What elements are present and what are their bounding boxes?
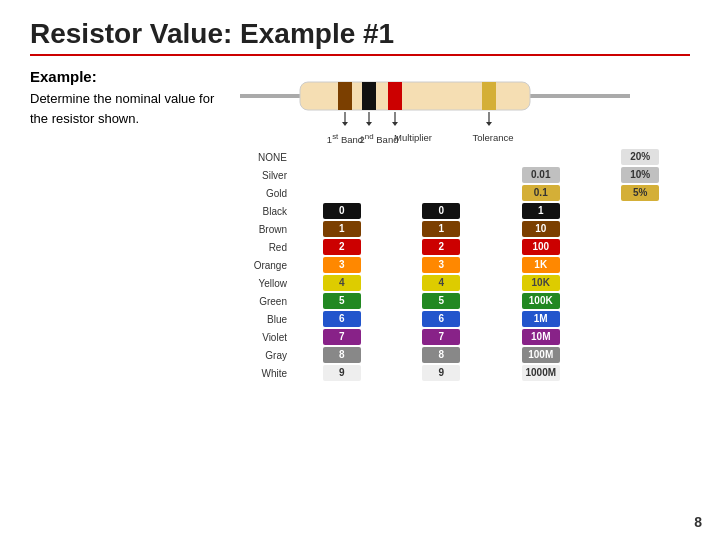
- band1-cell: [292, 166, 392, 184]
- resistor-svg: [240, 68, 630, 128]
- title-divider: [30, 54, 690, 56]
- tolerance-arrow-label: Tolerance: [470, 132, 516, 143]
- example-description: Determine the nominal value for the resi…: [30, 89, 230, 128]
- svg-marker-12: [392, 122, 398, 126]
- band1-cell: 2: [292, 238, 392, 256]
- tolerance-cell: [591, 292, 691, 310]
- row-label: Red: [240, 238, 292, 256]
- band2-cell: 3: [392, 256, 492, 274]
- svg-rect-3: [338, 82, 352, 110]
- multiplier-cell: 0.1: [491, 184, 591, 202]
- page: Resistor Value: Example #1 Example: Dete…: [0, 0, 720, 540]
- svg-marker-8: [342, 122, 348, 126]
- multiplier-cell: 10: [491, 220, 591, 238]
- band2-cell: 6: [392, 310, 492, 328]
- table-row: White991000M: [240, 364, 690, 382]
- tolerance-cell: 20%: [591, 148, 691, 166]
- band2-cell: 2: [392, 238, 492, 256]
- svg-rect-5: [388, 82, 402, 110]
- multiplier-arrow-label: Multiplier: [388, 132, 438, 143]
- color-table: NONE20%Silver0.0110%Gold0.15%Black001Bro…: [240, 146, 690, 382]
- band2-cell: 8: [392, 346, 492, 364]
- tolerance-cell: [591, 274, 691, 292]
- svg-marker-14: [486, 122, 492, 126]
- row-label: Orange: [240, 256, 292, 274]
- tolerance-cell: [591, 220, 691, 238]
- band2-cell: 9: [392, 364, 492, 382]
- band2-cell: [392, 184, 492, 202]
- tolerance-cell: [591, 238, 691, 256]
- band1-cell: 4: [292, 274, 392, 292]
- resistor-illustration: 1st Band 2nd Band Multiplier Tolerance: [240, 68, 690, 132]
- table-row: Black001: [240, 202, 690, 220]
- band2-cell: 5: [392, 292, 492, 310]
- table-row: NONE20%: [240, 148, 690, 166]
- table-row: Green55100K: [240, 292, 690, 310]
- multiplier-cell: 10M: [491, 328, 591, 346]
- page-number: 8: [694, 514, 702, 530]
- svg-rect-4: [362, 82, 376, 110]
- multiplier-cell: 100K: [491, 292, 591, 310]
- band1-cell: [292, 148, 392, 166]
- band1-cell: 8: [292, 346, 392, 364]
- band2-cell: 1: [392, 220, 492, 238]
- table-row: Silver0.0110%: [240, 166, 690, 184]
- row-label: Black: [240, 202, 292, 220]
- band1-cell: 1: [292, 220, 392, 238]
- band1-cell: [292, 184, 392, 202]
- multiplier-cell: 1000M: [491, 364, 591, 382]
- row-label: Gray: [240, 346, 292, 364]
- band2-cell: 7: [392, 328, 492, 346]
- band1-cell: 9: [292, 364, 392, 382]
- left-panel: Example: Determine the nominal value for…: [30, 68, 230, 382]
- svg-rect-6: [482, 82, 496, 110]
- table-row: Gray88100M: [240, 346, 690, 364]
- example-label: Example:: [30, 68, 230, 85]
- tolerance-cell: [591, 256, 691, 274]
- row-label: Gold: [240, 184, 292, 202]
- multiplier-cell: [491, 148, 591, 166]
- row-label: Violet: [240, 328, 292, 346]
- table-row: Brown1110: [240, 220, 690, 238]
- band1-cell: 7: [292, 328, 392, 346]
- row-label: White: [240, 364, 292, 382]
- band2-cell: [392, 148, 492, 166]
- multiplier-cell: 100M: [491, 346, 591, 364]
- table-row: Violet7710M: [240, 328, 690, 346]
- page-title: Resistor Value: Example #1: [30, 18, 690, 50]
- row-label: Blue: [240, 310, 292, 328]
- band2-cell: [392, 166, 492, 184]
- row-label: Yellow: [240, 274, 292, 292]
- table-row: Gold0.15%: [240, 184, 690, 202]
- tolerance-cell: 5%: [591, 184, 691, 202]
- tolerance-cell: [591, 310, 691, 328]
- band2-cell: 4: [392, 274, 492, 292]
- main-content: Example: Determine the nominal value for…: [30, 68, 690, 382]
- multiplier-cell: 10K: [491, 274, 591, 292]
- tolerance-cell: [591, 346, 691, 364]
- row-label: Silver: [240, 166, 292, 184]
- band1-cell: 3: [292, 256, 392, 274]
- table-row: Blue661M: [240, 310, 690, 328]
- tolerance-cell: [591, 202, 691, 220]
- table-row: Red22100: [240, 238, 690, 256]
- band2-cell: 0: [392, 202, 492, 220]
- tolerance-cell: [591, 364, 691, 382]
- right-panel: 1st Band 2nd Band Multiplier Tolerance: [240, 68, 690, 382]
- row-label: NONE: [240, 148, 292, 166]
- band1-cell: 5: [292, 292, 392, 310]
- multiplier-cell: 1M: [491, 310, 591, 328]
- svg-marker-10: [366, 122, 372, 126]
- tolerance-cell: 10%: [591, 166, 691, 184]
- multiplier-cell: 100: [491, 238, 591, 256]
- tolerance-cell: [591, 328, 691, 346]
- multiplier-cell: 1: [491, 202, 591, 220]
- row-label: Brown: [240, 220, 292, 238]
- table-row: Orange331K: [240, 256, 690, 274]
- band1-cell: 0: [292, 202, 392, 220]
- table-row: Yellow4410K: [240, 274, 690, 292]
- multiplier-cell: 0.01: [491, 166, 591, 184]
- row-label: Green: [240, 292, 292, 310]
- multiplier-cell: 1K: [491, 256, 591, 274]
- band1-cell: 6: [292, 310, 392, 328]
